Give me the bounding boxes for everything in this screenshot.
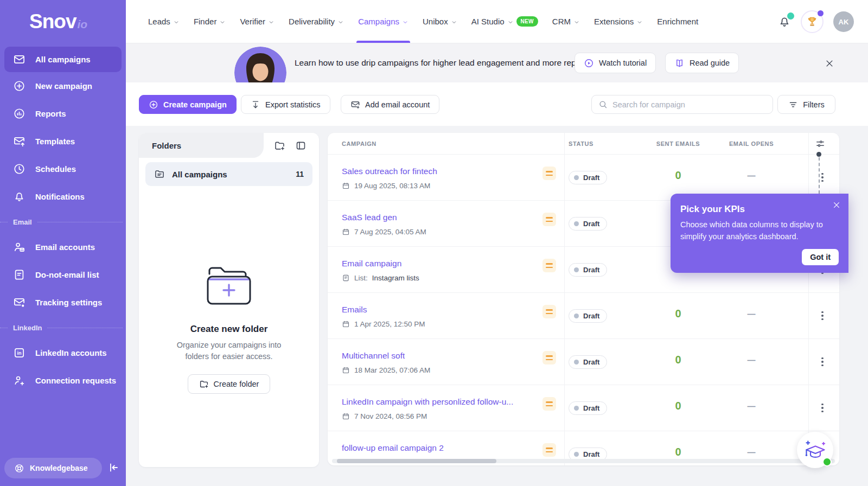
- sidebar-item-label: Connection requests: [35, 376, 116, 385]
- nav-item-leads[interactable]: Leads: [141, 0, 187, 43]
- status-label: Draft: [583, 220, 599, 228]
- search-input[interactable]: [612, 100, 766, 109]
- table-row: Multichannel soft18 Mar 2025, 07:06 AMDr…: [328, 339, 839, 385]
- book-icon: [674, 58, 685, 68]
- campaign-link[interactable]: Emails: [342, 305, 367, 315]
- add-email-account-button[interactable]: Add email account: [341, 95, 439, 114]
- top-nav: LeadsFinderVerifierDeliverabilityCampaig…: [126, 0, 705, 43]
- collapse-panel-icon[interactable]: [295, 140, 307, 151]
- envelope-icon: [13, 53, 25, 66]
- folders-header: Folders: [139, 133, 319, 158]
- campaign-meta: 7 Aug 2025, 04:05 AM: [342, 228, 426, 236]
- sidebar-item-label: All campaigns: [35, 55, 91, 64]
- nav-item-finder[interactable]: Finder: [187, 0, 233, 43]
- row-menu-button[interactable]: [818, 356, 827, 368]
- campaign-link[interactable]: SaaS lead gen: [342, 213, 397, 222]
- sidebar-item-label: New campaign: [35, 81, 92, 91]
- campaign-link[interactable]: Multichannel soft: [342, 351, 405, 361]
- sidebar-item-notifications[interactable]: Notifications: [0, 183, 126, 210]
- calendar-icon: [342, 182, 350, 190]
- play-circle-icon: [584, 58, 594, 68]
- empty-state-title: Create new folder: [139, 324, 319, 335]
- status-dot: [574, 314, 579, 318]
- status-badge: Draft: [569, 217, 607, 231]
- drag-handle[interactable]: [542, 213, 556, 226]
- snov-logo[interactable]: Snov io: [0, 0, 126, 43]
- create-folder-icon[interactable]: [274, 140, 285, 151]
- trophy-icon: [806, 16, 818, 28]
- create-folder-button[interactable]: Create folder: [188, 374, 270, 394]
- drag-handle[interactable]: [542, 305, 556, 318]
- meta-value: 19 Aug 2025, 08:13 AM: [354, 182, 430, 190]
- trophy-dot: [818, 10, 824, 16]
- learning-hub-button[interactable]: [797, 432, 833, 468]
- sidebar-item-label: Do-not-email list: [35, 270, 99, 279]
- nav-item-verifier[interactable]: Verifier: [233, 0, 282, 43]
- sidebar-item-schedules[interactable]: Schedules: [0, 155, 126, 183]
- folders-empty-state: Create new folder Organize your campaign…: [139, 263, 319, 394]
- nav-item-label: Unibox: [423, 17, 448, 26]
- chevron-down-icon: [507, 19, 514, 25]
- status-label: Draft: [583, 358, 599, 366]
- filters-button[interactable]: Filters: [777, 95, 835, 114]
- status-dot: [574, 360, 579, 364]
- nav-item-unibox[interactable]: Unibox: [416, 0, 464, 43]
- row-menu-button[interactable]: [818, 310, 827, 322]
- kpi-popup-close-icon[interactable]: [832, 201, 841, 209]
- notifications-bell-button[interactable]: [778, 15, 791, 28]
- read-guide-button[interactable]: Read guide: [665, 53, 739, 73]
- folder-item-all-campaigns[interactable]: All campaigns 11: [145, 162, 312, 186]
- nav-item-ai-studio[interactable]: AI StudioNEW: [464, 0, 545, 43]
- knowledgebase-button[interactable]: Knowledgebase: [4, 458, 102, 478]
- sidebar-item-all-campaigns[interactable]: All campaigns: [4, 47, 122, 72]
- nav-item-extensions[interactable]: Extensions: [587, 0, 650, 43]
- campaign-link[interactable]: LinkedIn campaign with personlized follo…: [342, 397, 513, 407]
- got-it-button[interactable]: Got it: [802, 249, 839, 265]
- sidebar-item-tracking-settings[interactable]: Tracking settings: [0, 289, 126, 316]
- sidebar-item-linkedin-accounts[interactable]: inLinkedIn accounts: [0, 339, 126, 367]
- nav-item-campaigns[interactable]: Campaigns: [351, 0, 416, 43]
- create-campaign-button[interactable]: Create campaign: [139, 95, 237, 114]
- watch-tutorial-button[interactable]: Watch tutorial: [575, 53, 656, 73]
- campaign-link[interactable]: Sales outreach for fintech: [342, 167, 437, 176]
- sidebar-item-do-not-email-list[interactable]: Do-not-email list: [0, 261, 126, 289]
- chevron-down-icon: [337, 19, 344, 25]
- campaign-meta: 19 Aug 2025, 08:13 AM: [342, 182, 430, 190]
- nav-item-deliverability[interactable]: Deliverability: [282, 0, 351, 43]
- mail-plus-icon: [350, 100, 360, 110]
- campaign-link[interactable]: Email campaign: [342, 259, 401, 268]
- sidebar-section-linkedin: LinkedIn: [0, 316, 126, 339]
- nav-item-crm[interactable]: CRM: [545, 0, 587, 43]
- user-avatar[interactable]: AK: [833, 11, 854, 32]
- row-menu-button[interactable]: [818, 402, 827, 414]
- linkedin-icon: in: [13, 347, 25, 359]
- column-email-opens: EMAIL OPENS: [713, 140, 789, 147]
- banner-close-icon[interactable]: [825, 59, 834, 68]
- sidebar-item-reports[interactable]: Reports: [0, 100, 126, 127]
- sidebar-item-templates[interactable]: Templates: [0, 127, 126, 155]
- notification-dot: [787, 12, 794, 20]
- sidebar-item-new-campaign[interactable]: New campaign: [0, 72, 126, 100]
- drag-handle[interactable]: [542, 259, 556, 272]
- status-label: Draft: [583, 174, 599, 182]
- nav-item-enrichment[interactable]: Enrichment: [650, 0, 705, 43]
- sidebar-item-connection-requests[interactable]: Connection requests: [0, 367, 126, 394]
- create-folder-label: Create folder: [214, 380, 259, 388]
- campaign-meta: 7 Nov 2024, 08:56 PM: [342, 412, 427, 420]
- drag-handle[interactable]: [542, 351, 556, 364]
- horizontal-scrollbar-thumb[interactable]: [337, 459, 496, 463]
- campaign-link[interactable]: follow-up email campaign 2: [342, 443, 444, 453]
- drag-handle[interactable]: [542, 443, 556, 457]
- drag-handle[interactable]: [542, 397, 556, 411]
- sidebar: Snov io All campaignsNew campaignReports…: [0, 0, 126, 486]
- sidebar-item-email-accounts[interactable]: Email accounts: [0, 233, 126, 261]
- column-settings-icon[interactable]: [815, 138, 826, 149]
- export-statistics-button[interactable]: Export statistics: [241, 95, 330, 114]
- nav-item-label: AI Studio: [471, 17, 505, 26]
- sidebar-collapse-icon[interactable]: [106, 461, 119, 474]
- meta-value: 1 Apr 2025, 12:50 PM: [354, 320, 425, 328]
- sidebar-item-label: Email accounts: [35, 242, 95, 252]
- drag-handle[interactable]: [542, 167, 556, 180]
- achievements-button[interactable]: [801, 10, 824, 33]
- sidebar-item-label: Templates: [35, 137, 75, 146]
